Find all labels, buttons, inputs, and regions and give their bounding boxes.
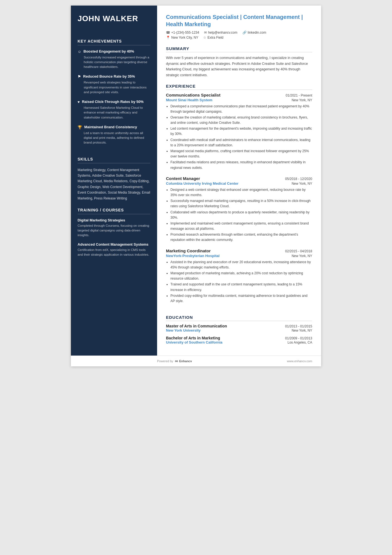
achievement-title-4: 🏆 Maintained Brand Consistency [78, 125, 150, 129]
job-bullets-1: Developed a comprehensive communications… [166, 104, 312, 171]
job-bullets-3: Assisted in the planning and execution o… [166, 260, 312, 304]
job-location-1: New York, NY [292, 98, 312, 102]
course-desc-1: Completed through Coursera, focusing on … [78, 223, 150, 238]
achievement-desc-4: Led a team to ensure uniformity across a… [78, 131, 150, 145]
achievement-item: ⚑ Reduced Bounce Rate by 35% Revamped we… [78, 74, 150, 95]
job-company-1: Mount Sinai Health System [166, 98, 212, 102]
job-title-3: Marketing Coordinator [166, 248, 211, 253]
job-sub-1: Mount Sinai Health System New York, NY [166, 98, 312, 102]
edu-degree-2: Bachelor of Arts in Marketing [166, 336, 220, 340]
job-title-1: Communications Specialist [166, 93, 220, 97]
achievement-title-3: ♥ Raised Click-Through Rates by 50% [78, 100, 150, 104]
bullet: Led content management for the departmen… [170, 126, 312, 137]
resume-body: JOHN WALKER KEY ACHIEVEMENTS ☺ Boosted E… [71, 6, 321, 356]
job-company-2: Columbia University Irving Medical Cente… [166, 181, 239, 186]
job-header-2: Content Manager 05/2018 - 12/2020 [166, 176, 312, 181]
job-sub-2: Columbia University Irving Medical Cente… [166, 181, 312, 186]
edu-block-2: Bachelor of Arts in Marketing 01/2009 - … [166, 336, 312, 344]
edu-school-1: New York University [166, 328, 201, 332]
contact-phone: ☎ +1-(234)-555-1234 [166, 31, 199, 34]
achievement-desc-3: Harnessed Salesforce Marketing Cloud to … [78, 105, 150, 120]
achievement-icon-4: 🏆 [78, 125, 82, 129]
edu-sub-2: University of Southern California Los An… [166, 340, 312, 344]
job-header-1: Communications Specialist 01/2021 - Pres… [166, 93, 312, 97]
edu-school-2: University of Southern California [166, 340, 222, 344]
achievement-icon-1: ☺ [78, 50, 81, 54]
edu-block-1: Master of Arts in Communication 01/2013 … [166, 324, 312, 332]
edu-degree-1: Master of Arts in Communication [166, 324, 227, 328]
education-section-title: EDUCATION [166, 315, 312, 321]
job-block-2: Content Manager 05/2018 - 12/2020 Columb… [166, 176, 312, 243]
job-bullets-2: Designed a web content strategy that enh… [166, 187, 312, 243]
resume-wrapper: JOHN WALKER KEY ACHIEVEMENTS ☺ Boosted E… [71, 6, 321, 366]
training-section-title: TRAINING / COURSES [78, 208, 150, 214]
achievement-desc-2: Revamped web strategies leading to signi… [78, 80, 150, 95]
contact-row-2: 📍 New York City, NY ☆ Extra Field [166, 36, 312, 40]
skills-section-title: SKILLS [78, 157, 150, 163]
footer-left: Powered by ∞ Enhancv [157, 359, 192, 364]
contact-linkedin: 🔗 linkedin.com [242, 31, 266, 34]
achievement-item: ♥ Raised Click-Through Rates by 50% Harn… [78, 100, 150, 120]
footer-website: www.enhancv.com [287, 359, 312, 363]
phone-text: +1-(234)-555-1234 [171, 31, 199, 34]
phone-icon: ☎ [166, 31, 170, 34]
location-icon: 📍 [166, 36, 170, 40]
achievement-title-2: ⚑ Reduced Bounce Rate by 35% [78, 74, 150, 79]
sidebar: JOHN WALKER KEY ACHIEVEMENTS ☺ Boosted E… [71, 6, 157, 356]
course-item-1: Digital Marketing Strategies Completed t… [78, 218, 150, 238]
achievement-item: ☺ Boosted Engagement by 40% Successfully… [78, 49, 150, 70]
bullet: Coordinated with medical staff and admin… [170, 137, 312, 148]
linkedin-text: linkedin.com [248, 31, 266, 34]
bullet: Managed production of marketing material… [170, 271, 312, 281]
achievement-icon-3: ♥ [78, 100, 80, 104]
achievements-section-title: KEY ACHIEVEMENTS [78, 39, 150, 45]
resume-footer: Powered by ∞ Enhancv www.enhancv.com [71, 356, 321, 366]
location-text: New York City, NY [171, 36, 198, 40]
bullet: Successfully managed email marketing cam… [170, 198, 312, 209]
achievement-desc-1: Successfully increased engagement throug… [78, 55, 150, 70]
job-date-1: 01/2021 - Present [286, 93, 312, 97]
job-location-3: New York, NY [292, 254, 312, 258]
course-title-1: Digital Marketing Strategies [78, 218, 150, 222]
job-date-3: 02/2015 - 04/2018 [285, 249, 312, 253]
powered-by-label: Powered by [157, 359, 173, 363]
brand-name: Enhancv [179, 359, 192, 363]
linkedin-icon: 🔗 [242, 31, 247, 34]
job-company-3: NewYork-Presbyterian Hospital [166, 254, 220, 258]
job-block-3: Marketing Coordinator 02/2015 - 04/2018 … [166, 248, 312, 305]
job-sub-3: NewYork-Presbyterian Hospital New York, … [166, 254, 312, 258]
main-content: Communications Specialist | Content Mana… [157, 6, 321, 356]
edu-date-2: 01/2009 - 01/2013 [285, 336, 312, 340]
summary-section-title: SUMMARY [166, 46, 312, 52]
course-desc-2: Certification from edX, specializing in … [78, 248, 150, 257]
enhancv-brand: ∞ Enhancv [175, 359, 192, 364]
edu-location-2: Los Angeles, CA [287, 341, 312, 344]
enhancv-logo-icon: ∞ [175, 359, 178, 364]
edu-sub-1: New York University New York, NY [166, 328, 312, 332]
job-title-2: Content Manager [166, 176, 200, 181]
bullet: Developed a comprehensive communications… [170, 104, 312, 114]
edu-header-1: Master of Arts in Communication 01/2013 … [166, 324, 312, 328]
bullet: Trained and supported staff in the use o… [170, 282, 312, 292]
contact-row: ☎ +1-(234)-555-1234 ✉ help@enhancv.com 🔗… [166, 31, 312, 34]
bullet: Provided copy-editing for multimedia con… [170, 293, 312, 304]
job-location-2: New York, NY [292, 182, 312, 186]
candidate-name: JOHN WALKER [78, 14, 150, 23]
bullet: Promoted research achievements through w… [170, 232, 312, 243]
contact-email: ✉ help@enhancv.com [204, 31, 237, 34]
achievement-title-1: ☺ Boosted Engagement by 40% [78, 49, 150, 54]
star-icon: ☆ [203, 36, 206, 40]
bullet: Assisted in the planning and execution o… [170, 260, 312, 270]
contact-extra: ☆ Extra Field [203, 36, 223, 40]
job-date-2: 05/2018 - 12/2020 [285, 177, 312, 181]
main-header-title: Communications Specialist | Content Mana… [166, 13, 312, 28]
course-item-2: Advanced Content Management Systems Cert… [78, 242, 150, 257]
bullet: Managed social media platforms, crafting… [170, 149, 312, 159]
edu-header-2: Bachelor of Arts in Marketing 01/2009 - … [166, 336, 312, 340]
edu-location-1: New York, NY [292, 329, 312, 332]
bullet: Collaborated with various departments to… [170, 210, 312, 220]
job-block-1: Communications Specialist 01/2021 - Pres… [166, 93, 312, 171]
course-title-2: Advanced Content Management Systems [78, 242, 150, 246]
extra-text: Extra Field [207, 36, 223, 40]
bullet: Implemented and maintained web content m… [170, 221, 312, 231]
